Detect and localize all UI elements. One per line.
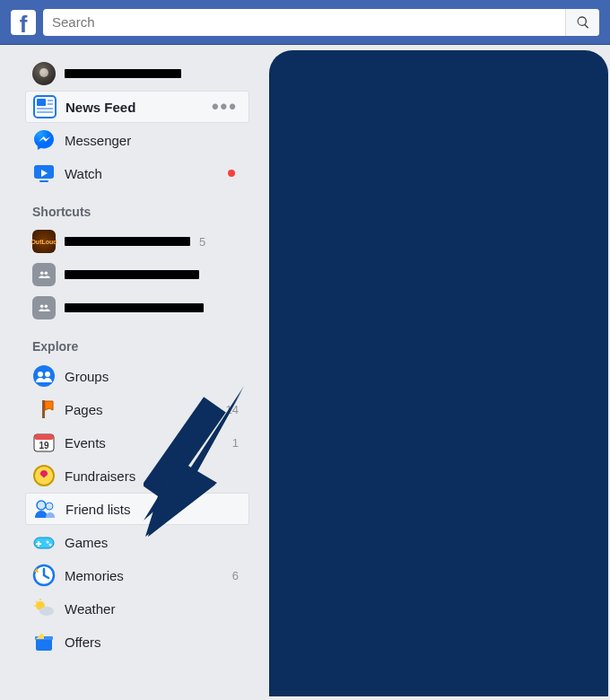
sidebar-item-memories[interactable]: Memories 6 [25,559,249,591]
top-bar: f [0,0,610,45]
events-icon: 19 [32,431,56,454]
svg-point-10 [45,272,48,276]
redacted-shortcut-name [65,237,190,246]
svg-rect-5 [37,111,53,113]
svg-text:19: 19 [39,441,49,451]
svg-rect-18 [34,434,54,440]
svg-point-14 [38,372,43,377]
section-header-shortcuts: Shortcuts [25,190,249,224]
weather-icon [32,597,56,620]
sidebar-item-offers[interactable]: Offers [25,626,249,658]
svg-rect-1 [37,99,46,106]
sidebar-item-label: News Feed [65,100,203,115]
left-sidebar: News Feed ••• Messenger Watch Shortcuts … [25,57,249,658]
sidebar-item-count: 1 [232,436,242,450]
sidebar-item-count: 14 [226,403,242,416]
svg-point-15 [45,372,50,377]
sidebar-item-shortcut[interactable] [25,292,249,324]
section-header-explore: Explore [25,325,249,359]
sidebar-item-watch[interactable]: Watch [25,157,249,189]
sidebar-item-games[interactable]: Games [25,526,249,558]
sidebar-item-profile[interactable] [25,57,249,90]
redacted-shortcut-name [65,303,204,312]
svg-rect-2 [48,100,53,101]
svg-point-9 [40,272,44,276]
sidebar-item-messenger[interactable]: Messenger [25,124,249,156]
svg-rect-4 [37,108,53,109]
shortcut-count: 5 [199,235,209,249]
svg-point-26 [47,541,49,544]
sidebar-item-label: Weather [65,601,230,617]
memories-icon [32,564,56,587]
redacted-profile-name [65,69,181,78]
offers-icon [32,630,56,653]
pages-icon [32,398,56,421]
sidebar-item-groups[interactable]: Groups [25,360,249,392]
sidebar-item-friend-lists[interactable]: Friend lists [25,493,249,525]
sidebar-item-label: Memories [65,568,223,583]
sidebar-item-shortcut[interactable] [25,258,249,291]
redacted-shortcut-name [65,270,199,279]
sidebar-item-label: Games [65,535,230,550]
facebook-logo[interactable]: f [11,10,36,35]
sidebar-item-shortcut[interactable]: OutLoud 5 [25,225,249,258]
search-button[interactable] [565,9,599,36]
news-feed-icon [33,95,57,118]
shortcut-icon: OutLoud [32,230,56,253]
svg-point-11 [40,305,44,309]
search-icon [576,15,590,30]
svg-point-27 [49,544,52,547]
sidebar-item-news-feed[interactable]: News Feed ••• [25,91,249,123]
svg-point-21 [37,501,46,510]
svg-rect-8 [39,180,48,182]
group-icon [32,263,56,286]
more-dots-icon[interactable]: ••• [212,102,241,111]
sidebar-item-weather[interactable]: Weather [25,592,249,625]
sidebar-item-label: Messenger [65,133,242,148]
sidebar-item-label: Watch [65,166,219,181]
sidebar-item-events[interactable]: 19 Events 1 [25,426,249,459]
svg-rect-25 [36,543,41,545]
svg-point-13 [33,365,55,387]
svg-point-22 [46,503,53,510]
friend-lists-icon [33,497,57,521]
svg-point-33 [39,607,54,616]
fundraisers-icon [32,464,56,487]
watch-icon [32,162,56,185]
sidebar-item-pages[interactable]: Pages 14 [25,393,249,425]
svg-rect-3 [48,103,53,105]
search-wrap [43,9,599,36]
messenger-icon [32,128,56,152]
search-input[interactable] [43,9,599,36]
sidebar-item-label: Fundraisers [65,468,230,484]
sidebar-item-count: 6 [232,569,242,582]
svg-line-32 [36,601,38,603]
avatar [32,62,56,85]
sidebar-item-label: Friend lists [65,502,229,517]
sidebar-item-label: Groups [65,369,230,384]
notification-dot-icon [228,170,235,177]
sidebar-item-label: Events [65,435,223,451]
annotation-overlay-block [269,50,608,696]
svg-point-12 [45,305,48,309]
sidebar-item-fundraisers[interactable]: Fundraisers [25,459,249,492]
sidebar-item-label: Pages [65,402,217,417]
games-icon [32,530,56,554]
sidebar-item-label: Offers [65,634,230,650]
groups-icon [32,364,56,388]
group-icon [32,296,56,319]
